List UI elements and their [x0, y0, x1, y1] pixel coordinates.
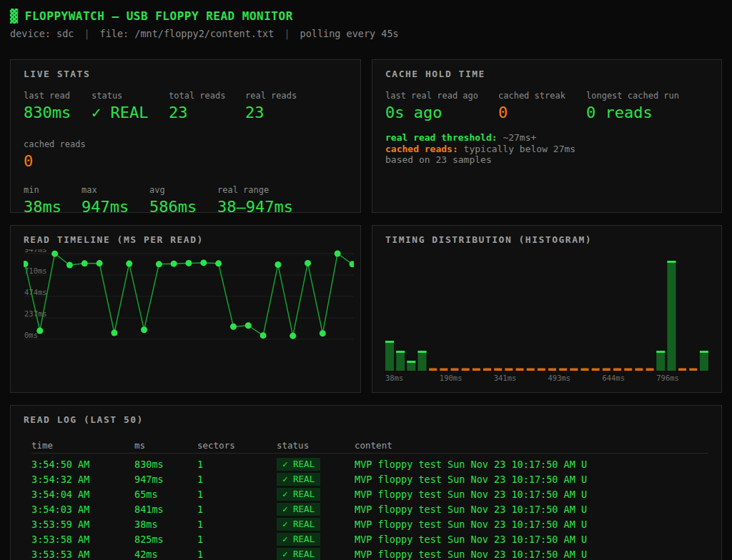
- y-axis-tick-label: 947ms: [24, 249, 47, 254]
- x-axis-tick-label: 38ms: [385, 374, 403, 382]
- empty-bin-dash: [429, 369, 437, 371]
- stat-value: 0 reads: [586, 104, 679, 121]
- column-header-ms: ms: [134, 440, 197, 451]
- separator: |: [84, 28, 89, 39]
- header-meta: device: sdc|file: /mnt/floppy2/content.t…: [10, 28, 722, 39]
- histogram-bar-cap: [396, 351, 405, 353]
- stat-value: 23: [245, 104, 297, 121]
- cell-content: MVP floppy test Sun Nov 23 10:17:50 AM U: [355, 459, 708, 470]
- threshold-note: real read threshold: ~27ms+: [385, 132, 708, 144]
- stat-cached-reads: cached reads 0: [24, 139, 86, 169]
- histogram-svg: 38ms190ms341ms493ms644ms796ms: [385, 249, 716, 384]
- polling-info: polling every 45s: [300, 28, 399, 39]
- cell-sectors: 1: [197, 489, 277, 500]
- device-info: device: sdc: [10, 28, 74, 39]
- table-row: 3:54:04 AM65ms1✓ REALMVP floppy test Sun…: [31, 486, 708, 501]
- cell-time: 3:53:59 AM: [31, 519, 134, 530]
- x-axis-tick-label: 341ms: [494, 374, 517, 382]
- panel-title: CACHE HOLD TIME: [385, 69, 708, 79]
- data-point: [305, 260, 311, 266]
- timeline-svg: 947ms710ms474ms237ms0ms: [24, 249, 354, 356]
- stat-value: 0s ago: [385, 104, 498, 121]
- empty-bin-dash: [624, 369, 632, 371]
- file-info: file: /mnt/floppy2/content.txt: [100, 28, 274, 39]
- stat-last-real-read-ago: last real read ago 0s ago: [385, 91, 498, 121]
- cell-time: 3:54:03 AM: [31, 504, 134, 515]
- stat-value: 586ms: [149, 199, 217, 213]
- y-axis-tick-label: 0ms: [24, 331, 38, 339]
- data-point: [215, 260, 222, 266]
- empty-bin-dash: [473, 369, 480, 371]
- stat-value: 947ms: [81, 199, 149, 213]
- histogram-bar: [700, 351, 708, 371]
- cell-time: 3:53:53 AM: [31, 549, 134, 560]
- dashboard: LIVE STATS last read 830ms status ✓ REAL…: [0, 59, 732, 560]
- cell-sectors: 1: [197, 504, 277, 515]
- data-point: [81, 260, 88, 266]
- cell-sectors: 1: [197, 459, 277, 470]
- data-point: [141, 326, 147, 333]
- note-text: typically below 27ms: [464, 144, 576, 154]
- log-body: 3:54:50 AM830ms1✓ REALMVP floppy test Su…: [31, 456, 708, 560]
- stat-longest-cached-run: longest cached run 0 reads: [586, 91, 679, 121]
- read-log-panel: READ LOG (LAST 50) time ms sectors statu…: [10, 405, 722, 560]
- data-point: [66, 262, 73, 269]
- live-stats-row-1: last read 830ms status ✓ REAL total read…: [24, 91, 347, 121]
- stat-label: min: [24, 185, 81, 195]
- stat-cached-streak: cached streak 0: [498, 91, 586, 121]
- stat-label: cached reads: [24, 139, 86, 149]
- cell-ms: 65ms: [134, 489, 197, 500]
- note-key: cached reads:: [385, 144, 458, 154]
- stat-status: status ✓ REAL: [92, 91, 169, 121]
- empty-bin-dash: [462, 369, 470, 371]
- status-badge: ✓ REAL: [277, 548, 320, 560]
- cell-ms: 830ms: [134, 459, 197, 470]
- empty-bin-dash: [592, 369, 600, 371]
- cell-ms: 42ms: [134, 549, 197, 560]
- empty-bin-dash: [678, 369, 686, 371]
- stat-label: last real read ago: [385, 91, 498, 101]
- stat-label: cached streak: [498, 91, 586, 101]
- app-title: FLOPPYWATCH — USB FLOPPY READ MONITOR: [25, 9, 293, 23]
- log-header-row: time ms sectors status content: [31, 438, 708, 454]
- cell-sectors: 1: [197, 519, 277, 530]
- stat-value: ✓ REAL: [92, 104, 169, 121]
- data-point: [111, 330, 117, 336]
- stat-avg: avg 586ms: [149, 185, 217, 213]
- x-axis-tick-label: 796ms: [656, 374, 679, 382]
- stat-value: 23: [169, 104, 245, 121]
- empty-bin-dash: [440, 369, 447, 371]
- stat-last-read: last read 830ms: [24, 91, 92, 121]
- data-point: [290, 333, 296, 339]
- cell-status: ✓ REAL: [277, 488, 355, 501]
- cell-sectors: 1: [197, 549, 277, 560]
- cell-content: MVP floppy test Sun Nov 23 10:17:50 AM U: [355, 519, 708, 530]
- column-header-status: status: [277, 440, 355, 451]
- histogram-bar: [667, 261, 676, 371]
- stat-label: longest cached run: [586, 91, 679, 101]
- cell-content: MVP floppy test Sun Nov 23 10:17:50 AM U: [355, 504, 708, 515]
- empty-bin-dash: [613, 369, 621, 371]
- cell-time: 3:53:58 AM: [31, 534, 134, 545]
- table-row: 3:54:50 AM830ms1✓ REALMVP floppy test Su…: [31, 456, 708, 471]
- histogram-chart: 38ms190ms341ms493ms644ms796ms: [385, 249, 708, 384]
- stat-value: 0: [498, 104, 586, 121]
- empty-bin-dash: [635, 369, 643, 371]
- data-point: [274, 261, 281, 268]
- cell-time: 3:54:50 AM: [31, 459, 134, 470]
- column-header-time: time: [31, 440, 134, 451]
- empty-bin-dash: [581, 369, 589, 371]
- table-row: 3:54:03 AM841ms1✓ REALMVP floppy test Su…: [31, 501, 708, 516]
- data-point: [245, 322, 252, 329]
- data-point: [97, 260, 103, 266]
- histogram-bar-cap: [700, 351, 708, 353]
- stat-label: total reads: [169, 91, 245, 101]
- table-row: 3:53:53 AM42ms1✓ REALMVP floppy test Sun…: [31, 546, 708, 560]
- table-row: 3:53:59 AM38ms1✓ REALMVP floppy test Sun…: [31, 516, 708, 531]
- column-header-sectors: sectors: [197, 440, 277, 451]
- live-stats-row-3: min 38ms max 947ms avg 586ms real range …: [24, 185, 347, 213]
- stat-max: max 947ms: [81, 185, 149, 213]
- stat-min: min 38ms: [24, 185, 81, 213]
- stat-label: real range: [217, 185, 293, 195]
- status-badge: ✓ REAL: [277, 518, 320, 531]
